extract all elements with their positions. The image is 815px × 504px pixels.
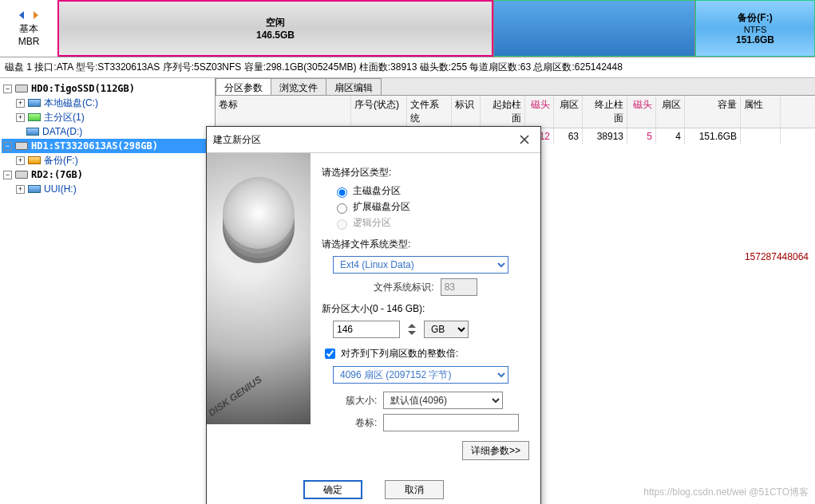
col-attr[interactable]: 属性 (741, 96, 781, 128)
spinner-icon[interactable] (406, 321, 417, 338)
tree-uui-h[interactable]: +UUI(H:) (2, 182, 213, 196)
watermark: https://blog.csdn.net/wei @51CTO博客 (643, 486, 809, 499)
hdd-icon (15, 83, 28, 94)
diskmap-backup-segment[interactable]: 备份(F:) NTFS 151.6GB (695, 0, 815, 57)
col-seq[interactable]: 序号(状态) (351, 96, 407, 128)
diskmap-free-segment[interactable]: 空闲 146.5GB (57, 0, 493, 57)
diskmap-extended-segment[interactable] (493, 0, 695, 57)
align-select[interactable]: 4096 扇区 (2097152 字节) (333, 366, 508, 384)
nav-mbr-label: MBR (18, 36, 40, 47)
radio-primary-input[interactable] (337, 187, 347, 198)
label-cluster: 簇大小: (346, 394, 377, 408)
partition-icon (26, 126, 39, 137)
radio-extended-input[interactable] (337, 203, 347, 214)
label-fs-type: 请选择文件系统类型: (322, 238, 529, 251)
advanced-button[interactable]: 详细参数>> (462, 441, 529, 460)
label-size: 新分区大小(0 - 146 GB): (322, 302, 529, 316)
col-flag[interactable]: 标识 (452, 96, 481, 128)
partition-icon (28, 112, 41, 123)
tree-rd2[interactable]: −RD2:(7GB) (2, 167, 213, 182)
cancel-button[interactable]: 取消 (385, 480, 444, 499)
col-volume[interactable]: 卷标 (216, 96, 351, 128)
create-partition-dialog: 建立新分区 DISK GENIUS 请选择分区类型: 主磁盘分区 扩展磁盘分区 … (206, 126, 541, 504)
tree-hd0[interactable]: −HD0:TigoSSD(112GB) (2, 81, 213, 96)
radio-logical-input (337, 219, 347, 230)
col-sec1[interactable]: 扇区 (554, 96, 583, 128)
tree-main-1[interactable]: +主分区(1) (2, 110, 213, 124)
tab-browse-files[interactable]: 浏览文件 (271, 78, 326, 95)
ok-button[interactable]: 确定 (303, 480, 362, 499)
fs-flag-input (441, 278, 477, 296)
expand-icon[interactable]: + (16, 99, 25, 108)
tab-sector-edit[interactable]: 扇区编辑 (326, 78, 382, 95)
radio-extended[interactable]: 扩展磁盘分区 (333, 200, 529, 214)
collapse-icon[interactable]: − (3, 142, 12, 151)
nav-basic-label: 基本 (19, 23, 38, 34)
diskmap-free-size: 146.5GB (256, 30, 295, 41)
dialog-title: 建立新分区 (213, 133, 261, 147)
col-fs[interactable]: 文件系统 (407, 96, 452, 128)
diskmap-free-title: 空闲 (266, 16, 285, 30)
arrow-right-icon[interactable] (30, 10, 41, 21)
filesystem-select[interactable]: Ext4 (Linux Data) (333, 256, 508, 274)
label-fs-flag: 文件系统标识: (374, 281, 433, 294)
expand-icon[interactable]: + (16, 156, 25, 165)
partition-icon (28, 155, 41, 166)
expand-icon[interactable]: + (16, 113, 25, 122)
close-button[interactable] (515, 132, 534, 148)
close-icon (520, 135, 529, 144)
col-end-cyl[interactable]: 终止柱面 (583, 96, 627, 128)
dialog-image: DISK GENIUS (207, 153, 311, 424)
tree-local-c[interactable]: +本地磁盘(C:) (2, 96, 213, 110)
align-checkbox[interactable] (325, 348, 335, 359)
align-checkbox-row[interactable]: 对齐到下列扇区数的整数倍: (322, 346, 529, 361)
brand-text: DISK GENIUS (207, 374, 264, 419)
label-align: 对齐到下列扇区数的整数倍: (341, 347, 458, 360)
radio-logical: 逻辑分区 (333, 216, 529, 230)
tree-data-d[interactable]: DATA(D:) (2, 124, 213, 139)
arrow-left-icon[interactable] (17, 10, 28, 21)
col-head2[interactable]: 磁头 (627, 96, 656, 128)
disk-info-line: 磁盘 1 接口:ATA 型号:ST3320613AS 序列号:5SZ03NFS … (0, 57, 815, 78)
tab-partition-params[interactable]: 分区参数 (216, 78, 271, 95)
col-capacity[interactable]: 容量 (685, 96, 741, 128)
collapse-icon[interactable]: − (3, 85, 12, 93)
radio-primary[interactable]: 主磁盘分区 (333, 184, 529, 198)
partition-icon (28, 183, 41, 195)
volume-label-input[interactable] (383, 414, 519, 431)
col-sec2[interactable]: 扇区 (656, 96, 685, 128)
size-unit-select[interactable]: GB (424, 321, 469, 338)
col-start-cyl[interactable]: 起始柱面 (481, 96, 525, 128)
collapse-icon[interactable]: − (3, 171, 12, 179)
grid-header: 卷标 序号(状态) 文件系统 标识 起始柱面 磁头 扇区 终止柱面 磁头 扇区 … (216, 96, 815, 128)
label-volume: 卷标: (355, 416, 377, 430)
nav-basic-mbr: 基本MBR (0, 0, 57, 57)
disk-map: 空闲 146.5GB 备份(F:) NTFS 151.6GB (57, 0, 815, 57)
diskmap-backup-title: 备份(F:) (738, 11, 772, 25)
tabs: 分区参数 浏览文件 扇区编辑 (216, 78, 815, 96)
col-head1[interactable]: 磁头 (525, 96, 554, 128)
cluster-select[interactable]: 默认值(4096) (383, 392, 503, 409)
size-input[interactable] (333, 321, 400, 338)
partition-icon (28, 97, 41, 108)
label-partition-type: 请选择分区类型: (322, 166, 529, 179)
diskmap-backup-size: 151.6GB (736, 34, 774, 45)
disk-tree: −HD0:TigoSSD(112GB) +本地磁盘(C:) +主分区(1) DA… (0, 78, 216, 504)
diskmap-backup-fs: NTFS (744, 25, 767, 34)
tree-backup-f[interactable]: +备份(F:) (2, 153, 213, 167)
hdd-icon (15, 169, 28, 180)
summary-value: 157287448064 (745, 251, 809, 265)
expand-icon[interactable]: + (16, 185, 25, 194)
hdd-icon (15, 140, 28, 152)
tree-hd1[interactable]: −HD1:ST3320613AS(298GB) (2, 139, 213, 153)
